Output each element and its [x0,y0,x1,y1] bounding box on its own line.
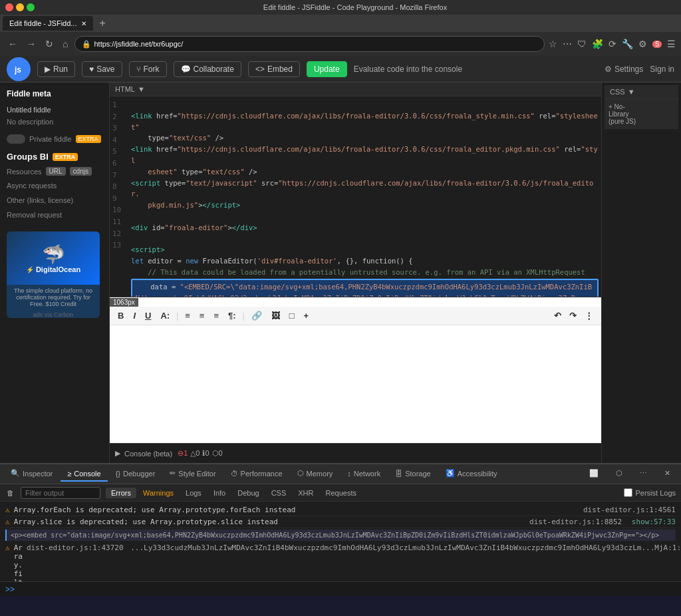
image-button[interactable]: 🖼 [269,309,283,322]
list-button[interactable]: ≡ [211,309,221,322]
devtools-close-button[interactable]: ✕ [658,466,677,482]
devtools-tab-accessibility[interactable]: ♿ Accessibility [439,466,504,482]
warn-source-2[interactable]: dist-editor.js:1:8852 show:57:33 [529,518,676,526]
devtools-more-button[interactable]: ⋯ [633,466,654,482]
evaluate-label: Evaluate code into the console [354,65,462,74]
devtools-tab-debugger[interactable]: {} Debugger [109,467,162,482]
warn-source-3[interactable]: dist-editor.js:1:43720 ...Ly33d3cudzMub3… [27,543,681,552]
code-content[interactable]: <link href="https://cdnjs.cloudflare.com… [131,99,599,297]
log-tab-requests[interactable]: Requests [321,488,362,498]
url-tag[interactable]: URL [46,167,66,176]
nav-bookmark-icon[interactable]: ☆ [549,39,557,49]
signin-button[interactable]: Sign in [650,65,674,74]
insert-button[interactable]: + [301,309,312,322]
maximize-window-button[interactable] [27,3,35,11]
nav-shield-icon[interactable]: 🛡 [577,39,587,49]
devtools-tab-style-editor[interactable]: ✏ Style Editor [163,466,222,482]
console-warn-1: ⚠ Array.forEach is deprecated; use Array… [5,504,676,516]
log-tab-warnings[interactable]: Warnings [138,488,179,498]
italic-button[interactable]: I [130,309,138,322]
debug-count: ⬡0 [212,449,223,458]
more-button[interactable]: ⋮ [582,309,596,322]
console-input[interactable] [15,585,676,593]
align-left-button[interactable]: ≡ [182,309,193,322]
css-label: CSS [610,88,625,96]
settings-button[interactable]: ⚙ Settings [605,65,643,74]
redo-button[interactable]: ↷ [567,309,579,322]
log-tab-errors[interactable]: Errors [106,488,136,498]
persist-logs-checkbox[interactable] [624,488,632,497]
log-tab-css[interactable]: CSS [266,488,292,498]
font-button[interactable]: A: [158,309,172,322]
code-area[interactable]: 12345678910111213 <link href="https://cd… [110,96,601,297]
lib-selector[interactable]: + No-Library(pure JS) [605,99,678,129]
console-icon: ≥ [67,470,71,478]
browser-tab-active[interactable]: Edit fiddle - JSFidd... ✕ [3,16,93,31]
warn-source-1[interactable]: dist-editor.js:1:4561 [583,506,676,514]
forward-button[interactable]: → [24,37,39,51]
embed-button[interactable]: <> Embed [248,61,300,77]
nav-icons: ☆ ⋯ 🛡 🧩 ⟳ 🔧 ⚙ 5 ☰ [549,39,676,49]
link-button[interactable]: 🔗 [249,309,265,322]
url-bar[interactable]: 🔒 https://jsfiddle.net/txr6upgc/ [74,36,545,52]
fork-button[interactable]: ⑂ Fork [129,61,167,77]
nav-settings-icon[interactable]: ⚙ [638,39,647,49]
video-button[interactable]: □ [287,309,297,322]
devtools-tab-memory[interactable]: ⬡ Memory [291,466,340,482]
window-controls[interactable] [5,3,35,11]
cdnjs-tag[interactable]: cdnjs [70,167,92,176]
removal-request-item[interactable]: Removal request [7,209,102,221]
async-requests-item[interactable]: Async requests [7,180,102,192]
align-center-button[interactable]: ≡ [197,309,207,322]
performance-icon: ⏱ [231,470,238,478]
no-description-label[interactable]: No description [7,116,102,128]
devtools-tab-performance[interactable]: ⏱ Performance [224,467,289,482]
private-label: Private fiddle [29,133,72,145]
persist-logs-row: Persist Logs [624,488,676,497]
undo-button[interactable]: ↶ [551,309,564,322]
devtools-expand-button[interactable]: ⬜ [583,466,605,482]
nav-hamburger-icon[interactable]: ☰ [667,39,676,49]
log-tab-info[interactable]: Info [208,488,231,498]
minimize-window-button[interactable] [16,3,24,11]
underline-button[interactable]: U [142,309,154,322]
refresh-button[interactable]: ↻ [43,37,56,51]
bold-button[interactable]: B [115,309,126,322]
warn-icon-2: ⚠ [5,518,10,526]
private-toggle[interactable] [7,134,25,144]
close-window-button[interactable] [5,3,13,11]
warn-text-3: Array.filter is deprecated; use Array.pr… [14,543,23,581]
save-button[interactable]: ♥ Save [82,61,122,77]
clear-console-button[interactable]: 🗑 [5,488,15,498]
froala-body[interactable] [110,325,601,418]
log-tab-xhr[interactable]: XHR [293,488,319,498]
devtools-tab-network[interactable]: ↕ Network [340,467,387,482]
devtools-tab-storage[interactable]: 🗄 Storage [388,467,438,482]
html-editor-header: HTML ▼ [110,82,601,96]
update-button[interactable]: Update [307,61,347,77]
devtools-tab-console[interactable]: ≥ Console [61,467,107,482]
nav-devtools-icon[interactable]: 🔧 [622,39,633,49]
prompt-arrow: >> [5,585,15,594]
tab-close-button[interactable]: ✕ [81,20,86,27]
untitled-fiddle-label[interactable]: Untitled fiddle [7,104,102,116]
collaborate-button[interactable]: 💬 Collaborate [174,61,241,77]
other-links-item[interactable]: Other (links, license) [7,194,102,206]
run-button[interactable]: ▶ Run [37,61,75,77]
css-dropdown-icon[interactable]: ▼ [628,88,635,96]
log-tab-logs[interactable]: Logs [180,488,207,498]
nav-menu-icon[interactable]: ⋯ [563,39,572,49]
paragraph-button[interactable]: ¶: [225,309,239,322]
devtools-tab-inspector[interactable]: 🔍 Inspector [4,466,59,482]
debugger-icon: {} [116,470,120,478]
html-dropdown-icon[interactable]: ▼ [138,85,145,93]
back-button[interactable]: ← [5,37,20,51]
nav-extensions-icon[interactable]: 🧩 [592,39,603,49]
new-tab-button[interactable]: + [94,17,111,29]
nav-sync-icon[interactable]: ⟳ [609,39,616,49]
log-tab-debug[interactable]: Debug [232,488,264,498]
info-count: ℹ0 [202,449,209,458]
devtools-popout-button[interactable]: ⬡ [609,466,629,482]
filter-input[interactable] [21,487,100,499]
home-button[interactable]: ⌂ [60,37,70,51]
